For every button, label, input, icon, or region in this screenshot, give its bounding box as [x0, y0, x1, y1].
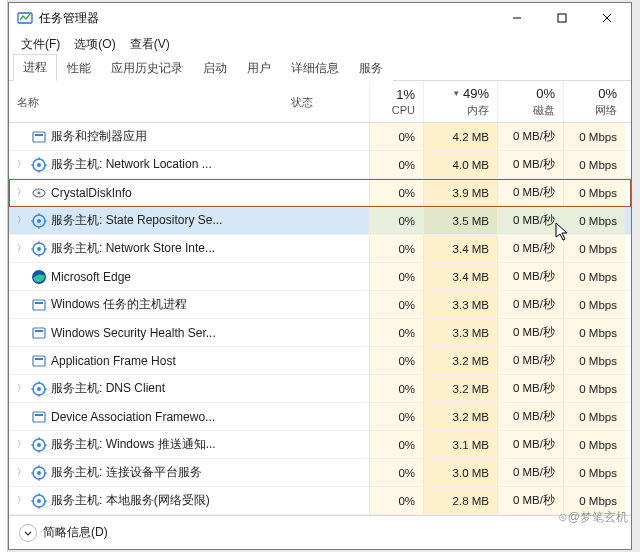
process-disk-cell: 0 MB/秒	[497, 347, 563, 374]
process-row[interactable]: 〉服务主机: 本地服务(网络受限)0%2.8 MB0 MB/秒0 Mbps	[9, 487, 631, 515]
header-cpu[interactable]: 1% CPU	[369, 81, 423, 122]
svg-point-49	[37, 471, 41, 475]
process-cpu-cell: 0%	[369, 123, 423, 150]
header-disk-label: 磁盘	[533, 103, 555, 118]
process-row[interactable]: 〉服务主机: Network Store Inte...0%3.4 MB0 MB…	[9, 235, 631, 263]
process-row[interactable]: 〉Application Frame Host0%3.2 MB0 MB/秒0 M…	[9, 347, 631, 375]
process-mem-cell: 3.9 MB	[423, 179, 497, 206]
process-icon	[31, 353, 47, 369]
process-name-cell: 〉Application Frame Host	[9, 347, 235, 374]
svg-point-22	[37, 247, 41, 251]
process-mem-cell: 3.4 MB	[423, 235, 497, 262]
tab-performance[interactable]: 性能	[57, 55, 101, 81]
process-cpu-cell: 0%	[369, 375, 423, 402]
svg-rect-30	[33, 328, 45, 338]
column-headers: 名称 状态 1% CPU ▾ 49% 内存 0% 磁盘 0% 网络	[9, 81, 631, 123]
menubar: 文件(F) 选项(O) 查看(V)	[9, 33, 631, 55]
header-memory-value: 49%	[463, 86, 489, 101]
process-mem-cell: 3.4 MB	[423, 263, 497, 290]
header-status-label: 状态	[291, 95, 313, 110]
process-row[interactable]: 〉服务和控制器应用0%4.2 MB0 MB/秒0 Mbps	[9, 123, 631, 151]
process-icon	[31, 297, 47, 313]
header-status[interactable]: 状态	[235, 81, 369, 122]
tab-app-history[interactable]: 应用历史记录	[101, 55, 193, 81]
maximize-button[interactable]	[539, 4, 584, 32]
process-mem-cell: 3.5 MB	[423, 207, 497, 234]
menu-options[interactable]: 选项(O)	[68, 34, 121, 55]
expand-caret-icon[interactable]: 〉	[15, 158, 27, 171]
expand-caret-icon[interactable]: 〉	[15, 438, 27, 451]
tab-services[interactable]: 服务	[349, 55, 393, 81]
process-row[interactable]: 〉服务主机: DNS Client0%3.2 MB0 MB/秒0 Mbps	[9, 375, 631, 403]
process-row[interactable]: 〉服务主机: 连接设备平台服务0%3.0 MB0 MB/秒0 Mbps	[9, 459, 631, 487]
process-row[interactable]: 〉服务主机: Network Location ...0%4.0 MB0 MB/…	[9, 151, 631, 179]
process-net-cell: 0 Mbps	[563, 431, 625, 458]
sort-indicator-icon: ▾	[454, 88, 459, 98]
window-title: 任务管理器	[39, 10, 99, 27]
process-row[interactable]: 〉服务主机: Windows 推送通知...0%3.1 MB0 MB/秒0 Mb…	[9, 431, 631, 459]
process-mem-cell: 3.2 MB	[423, 347, 497, 374]
tab-startup[interactable]: 启动	[193, 55, 237, 81]
process-row[interactable]: 〉Device Association Framewo...0%3.2 MB0 …	[9, 403, 631, 431]
menu-view[interactable]: 查看(V)	[124, 34, 176, 55]
svg-rect-40	[33, 412, 45, 422]
process-status-cell	[235, 459, 369, 486]
process-name: Microsoft Edge	[51, 270, 131, 284]
footer: 简略信息(D)	[9, 515, 631, 549]
tab-processes[interactable]: 进程	[13, 54, 57, 81]
expand-caret-icon[interactable]: 〉	[15, 494, 27, 507]
expand-caret-icon[interactable]: 〉	[15, 466, 27, 479]
tab-details[interactable]: 详细信息	[281, 55, 349, 81]
expand-caret-icon[interactable]: 〉	[15, 186, 27, 199]
process-name: Device Association Framewo...	[51, 410, 215, 424]
expand-caret-icon[interactable]: 〉	[15, 242, 27, 255]
process-row[interactable]: 〉Windows Security Health Ser...0%3.3 MB0…	[9, 319, 631, 347]
process-name-cell: 〉服务主机: Network Location ...	[9, 151, 235, 178]
process-name: 服务主机: Network Store Inte...	[51, 240, 215, 257]
process-status-cell	[235, 207, 369, 234]
process-mem-cell: 3.2 MB	[423, 403, 497, 430]
svg-point-16	[37, 219, 41, 223]
process-name-cell: 〉服务主机: 连接设备平台服务	[9, 459, 235, 486]
process-cpu-cell: 0%	[369, 291, 423, 318]
svg-rect-31	[35, 330, 43, 332]
process-cpu-cell: 0%	[369, 179, 423, 206]
menu-file[interactable]: 文件(F)	[15, 34, 66, 55]
fewer-details-toggle[interactable]	[19, 524, 37, 542]
process-status-cell	[235, 375, 369, 402]
expand-caret-icon[interactable]: 〉	[15, 382, 27, 395]
process-icon	[31, 241, 47, 257]
process-row[interactable]: 〉服务主机: State Repository Se...0%3.5 MB0 M…	[9, 207, 631, 235]
process-net-cell: 0 Mbps	[563, 403, 625, 430]
process-disk-cell: 0 MB/秒	[497, 459, 563, 486]
process-list[interactable]: 〉服务和控制器应用0%4.2 MB0 MB/秒0 Mbps〉服务主机: Netw…	[9, 123, 631, 515]
titlebar[interactable]: 任务管理器	[9, 3, 631, 33]
header-disk[interactable]: 0% 磁盘	[497, 81, 563, 122]
process-name: Windows 任务的主机进程	[51, 296, 187, 313]
process-row[interactable]: 〉Microsoft Edge0%3.4 MB0 MB/秒0 Mbps	[9, 263, 631, 291]
process-status-cell	[235, 431, 369, 458]
process-row[interactable]: 〉CrystalDiskInfo0%3.9 MB0 MB/秒0 Mbps	[9, 179, 631, 207]
svg-rect-33	[35, 358, 43, 360]
minimize-button[interactable]	[494, 4, 539, 32]
process-row[interactable]: 〉Windows 任务的主机进程0%3.3 MB0 MB/秒0 Mbps	[9, 291, 631, 319]
header-memory[interactable]: ▾ 49% 内存	[423, 81, 497, 122]
tab-users[interactable]: 用户	[237, 55, 281, 81]
process-status-cell	[235, 347, 369, 374]
process-mem-cell: 4.2 MB	[423, 123, 497, 150]
svg-rect-6	[35, 134, 43, 136]
header-name[interactable]: 名称	[9, 81, 235, 122]
process-name-cell: 〉服务主机: DNS Client	[9, 375, 235, 402]
expand-caret-icon[interactable]: 〉	[15, 214, 27, 227]
header-network[interactable]: 0% 网络	[563, 81, 625, 122]
close-button[interactable]	[584, 4, 629, 32]
task-manager-icon	[17, 10, 33, 26]
process-status-cell	[235, 123, 369, 150]
process-disk-cell: 0 MB/秒	[497, 235, 563, 262]
header-cpu-value: 1%	[396, 87, 415, 102]
chevron-up-icon	[23, 528, 33, 538]
fewer-details-label: 简略信息(D)	[43, 524, 108, 541]
process-disk-cell: 0 MB/秒	[497, 207, 563, 234]
process-mem-cell: 3.3 MB	[423, 291, 497, 318]
process-status-cell	[235, 291, 369, 318]
